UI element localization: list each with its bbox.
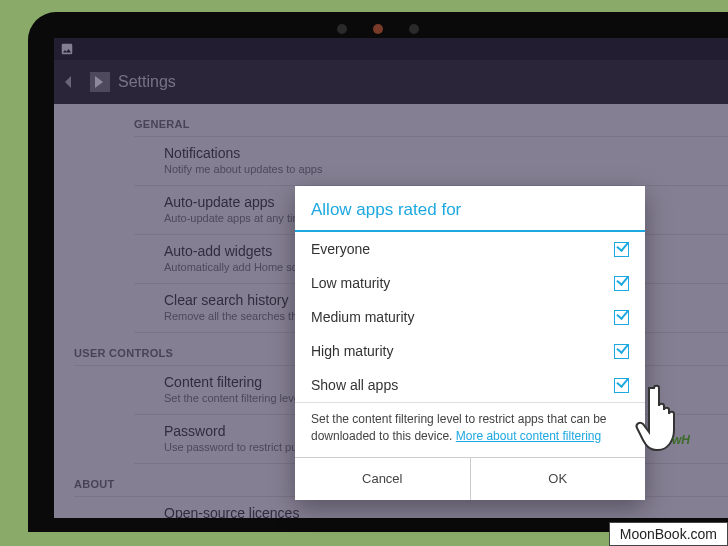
page-title: Settings: [118, 73, 176, 91]
pointer-hand-icon: wH: [634, 382, 700, 464]
svg-text:wH: wH: [672, 433, 690, 447]
dialog-description: Set the content filtering level to restr…: [295, 402, 645, 458]
option-low-maturity[interactable]: Low maturity: [295, 266, 645, 300]
watermark: MoonBook.com: [609, 522, 728, 546]
checkbox-icon[interactable]: [614, 344, 629, 359]
image-icon: [60, 42, 74, 56]
option-everyone[interactable]: Everyone: [295, 232, 645, 266]
play-store-icon: [90, 72, 110, 92]
option-medium-maturity[interactable]: Medium maturity: [295, 300, 645, 334]
item-notifications[interactable]: NotificationsNotify me about updates to …: [134, 137, 728, 186]
cancel-button[interactable]: Cancel: [295, 458, 471, 500]
back-button[interactable]: [64, 60, 82, 104]
checkbox-icon[interactable]: [614, 276, 629, 291]
dialog-title: Allow apps rated for: [295, 186, 645, 232]
status-bar: [54, 38, 728, 60]
item-licences[interactable]: Open-source licencesLicence details for …: [134, 497, 728, 518]
more-link[interactable]: More about content filtering: [456, 429, 601, 443]
tablet-camera: [337, 24, 419, 34]
option-high-maturity[interactable]: High maturity: [295, 334, 645, 368]
checkbox-icon[interactable]: [614, 378, 629, 393]
section-general: GENERAL: [134, 104, 728, 137]
option-show-all[interactable]: Show all apps: [295, 368, 645, 402]
ok-button[interactable]: OK: [471, 458, 646, 500]
checkbox-icon[interactable]: [614, 310, 629, 325]
app-bar: Settings: [54, 60, 728, 104]
checkbox-icon[interactable]: [614, 242, 629, 257]
content-filtering-dialog: Allow apps rated for Everyone Low maturi…: [295, 186, 645, 500]
